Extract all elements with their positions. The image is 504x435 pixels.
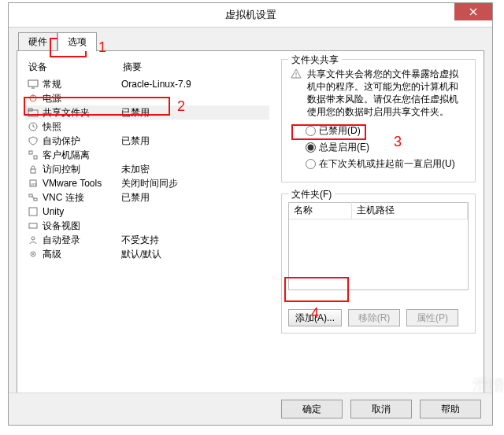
- folder-properties-button[interactable]: 属性(P): [406, 309, 458, 326]
- svg-point-25: [295, 76, 296, 77]
- list-item-summary: 默认/默认: [121, 248, 269, 261]
- monitor-icon: [27, 78, 39, 90]
- list-item-autoprotect[interactable]: 自动保护 已禁用: [25, 134, 269, 148]
- list-item-access-control[interactable]: 访问控制 未加密: [25, 162, 269, 176]
- list-item-label: 设备视图: [43, 219, 121, 233]
- svg-text:vm: vm: [31, 182, 37, 186]
- unity-icon: [27, 205, 39, 218]
- list-item-unity[interactable]: Unity: [25, 205, 269, 219]
- svg-rect-13: [31, 169, 35, 173]
- list-item-summary: 关闭时间同步: [121, 177, 269, 190]
- shield-icon: [27, 135, 39, 147]
- folders-list[interactable]: 名称 主机路径: [288, 202, 469, 290]
- tools-icon: vm: [27, 177, 39, 190]
- close-icon: [469, 8, 477, 16]
- svg-line-18: [32, 196, 34, 199]
- list-item-label: 访问控制: [43, 163, 121, 176]
- add-folder-button[interactable]: 添加(A)...: [288, 309, 342, 326]
- list-item-label: 自动登录: [43, 234, 121, 247]
- list-item-summary: 已禁用: [121, 135, 269, 148]
- list-item-advanced[interactable]: 高级 默认/默认: [25, 247, 269, 261]
- list-item-label: VMware Tools: [43, 178, 121, 189]
- radio-disabled[interactable]: 已禁用(D): [306, 124, 467, 138]
- person-icon: [27, 234, 39, 246]
- radio-always-input[interactable]: [306, 142, 316, 153]
- dialog-body: 硬件 选项 设备 摘要 常规: [9, 27, 492, 393]
- list-item-shared-folders[interactable]: 共享文件夹 已禁用: [25, 105, 269, 120]
- folders-list-header: 名称 主机路径: [289, 203, 468, 219]
- radio-disabled-input[interactable]: [306, 126, 316, 136]
- svg-rect-16: [29, 194, 32, 197]
- svg-rect-20: [29, 223, 37, 228]
- tab-strip: 硬件 选项: [18, 33, 484, 50]
- list-item-label: VNC 连接: [43, 191, 121, 205]
- list-item-summary: 未加密: [121, 163, 269, 176]
- lock-icon: [27, 163, 39, 175]
- list-item-summary: 已禁用: [121, 106, 269, 120]
- folders-col-name[interactable]: 名称: [289, 202, 352, 219]
- svg-point-23: [32, 253, 34, 255]
- list-item-guest-isolation[interactable]: 客户机隔离: [25, 148, 269, 162]
- list-item-label: 快照: [43, 120, 121, 134]
- radio-until-next-off[interactable]: 在下次关机或挂起前一直启用(U): [306, 157, 467, 171]
- list-item-label: 共享文件夹: [43, 106, 121, 120]
- gear-icon: [27, 248, 39, 260]
- list-item-general[interactable]: 常规 Oracle-Linux-7.9: [25, 77, 269, 91]
- list-item-label: 电源: [43, 92, 121, 105]
- list-item-vmware-tools[interactable]: vm VMware Tools 关闭时间同步: [25, 176, 269, 190]
- svg-point-21: [32, 237, 35, 240]
- isolation-icon: [27, 149, 39, 161]
- svg-rect-11: [29, 151, 32, 154]
- folder-sharing-legend: 文件夹共享: [288, 53, 342, 67]
- vm-settings-dialog: 虚拟机设置 硬件 选项 设备 摘要: [8, 2, 493, 426]
- radio-disabled-label: 已禁用(D): [319, 124, 361, 138]
- folders-legend: 文件夹(F): [288, 188, 335, 201]
- list-item-label: Unity: [43, 206, 121, 217]
- shared-folders-panel: 文件夹共享 共享文件夹会将您的文件暴露给虚拟机中的程序。这可能为您的计算机和数据…: [281, 59, 476, 389]
- vnc-icon: [27, 191, 39, 204]
- svg-rect-12: [34, 156, 37, 159]
- list-item-vnc[interactable]: VNC 连接 已禁用: [25, 190, 269, 205]
- svg-rect-17: [34, 198, 37, 201]
- svg-line-10: [33, 127, 35, 127]
- cancel-button[interactable]: 取消: [350, 400, 412, 418]
- help-button[interactable]: 帮助: [420, 400, 481, 418]
- list-item-label: 自动保护: [43, 135, 121, 148]
- folder-share-icon: [27, 106, 39, 119]
- power-icon: [27, 92, 39, 105]
- warning-icon: [290, 68, 304, 83]
- radio-until-next-off-label: 在下次关机或挂起前一直启用(U): [319, 157, 455, 171]
- device-view-icon: [27, 219, 39, 232]
- list-item-autologin[interactable]: 自动登录 不受支持: [25, 233, 269, 247]
- titlebar: 虚拟机设置: [9, 3, 492, 28]
- ok-button[interactable]: 确定: [281, 400, 343, 418]
- folder-sharing-group: 文件夹共享 共享文件夹会将您的文件暴露给虚拟机中的程序。这可能为您的计算机和数据…: [281, 59, 476, 182]
- list-header-device: 设备: [28, 61, 123, 74]
- list-item-device-view[interactable]: 设备视图: [25, 219, 269, 233]
- folders-group: 文件夹(F) 名称 主机路径 添加(A)... 移除(R) 属性(P): [281, 194, 476, 334]
- window-title: 虚拟机设置: [9, 8, 492, 22]
- svg-rect-19: [29, 208, 37, 216]
- list-item-snapshot[interactable]: 快照: [25, 120, 269, 134]
- list-header-summary: 摘要: [123, 61, 269, 74]
- tab-hardware[interactable]: 硬件: [18, 32, 57, 51]
- tab-options[interactable]: 选项: [57, 32, 97, 51]
- list-header: 设备 摘要: [25, 59, 269, 77]
- settings-list: 设备 摘要 常规 Oracle-Linux-7.9: [25, 59, 269, 389]
- folders-col-path[interactable]: 主机路径: [352, 202, 468, 219]
- radio-always[interactable]: 总是启用(E): [306, 141, 467, 154]
- warning-text: 共享文件夹会将您的文件暴露给虚拟机中的程序。这可能为您的计算机和数据带来风险。请…: [307, 68, 467, 118]
- tab-page-options: 设备 摘要 常规 Oracle-Linux-7.9: [17, 50, 484, 395]
- remove-folder-button[interactable]: 移除(R): [348, 309, 400, 326]
- list-item-label: 高级: [43, 248, 121, 261]
- list-item-label: 常规: [43, 78, 121, 91]
- list-item-summary: 已禁用: [121, 191, 269, 205]
- warning-row: 共享文件夹会将您的文件暴露给虚拟机中的程序。这可能为您的计算机和数据带来风险。请…: [290, 68, 467, 118]
- list-rows: 常规 Oracle-Linux-7.9 电源: [25, 77, 269, 261]
- dialog-footer: 确定 取消 帮助: [9, 393, 492, 425]
- list-item-power[interactable]: 电源: [25, 91, 269, 105]
- radio-always-label: 总是启用(E): [319, 141, 369, 154]
- svg-rect-2: [28, 80, 38, 87]
- close-button[interactable]: [454, 3, 492, 20]
- radio-until-next-off-input[interactable]: [306, 159, 316, 169]
